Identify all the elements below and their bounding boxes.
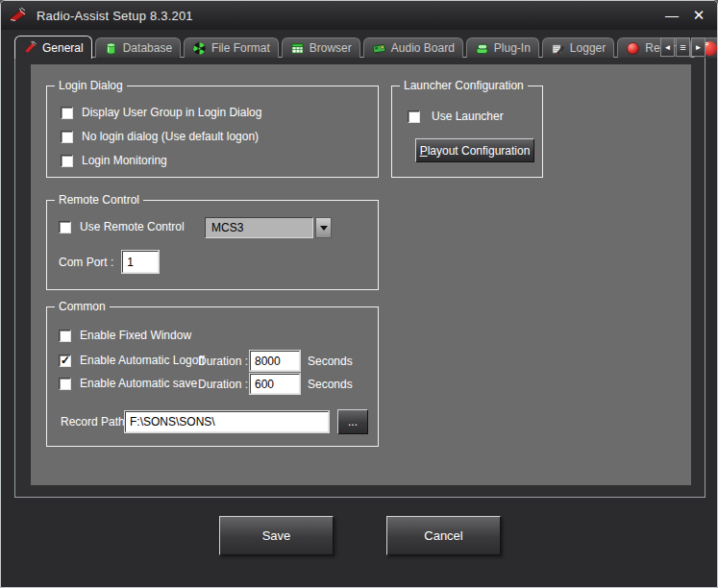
tab-label: Audio Board: [391, 41, 455, 55]
close-button[interactable]: ✕: [686, 5, 711, 26]
save-duration-input[interactable]: [250, 374, 300, 394]
enable-automatic-save-checkbox[interactable]: [59, 378, 71, 390]
checkbox-label: Login Monitoring: [82, 154, 167, 167]
button-label: Save: [262, 528, 291, 543]
menu-icon: ≡: [680, 41, 685, 53]
group-title: Common: [55, 300, 110, 314]
display-user-group-row: Display User Group in Login Dialog: [61, 106, 261, 119]
logoff-duration-input[interactable]: [250, 351, 300, 371]
button-label: Playout Configuration: [420, 144, 531, 158]
tab-audio-board[interactable]: Audio Board: [363, 37, 463, 58]
title-bar[interactable]: Radio-Assist Setup 8.3.201 — ✕: [1, 1, 717, 30]
record-icon: [626, 41, 640, 56]
group-title: Launcher Configuration: [400, 79, 528, 93]
tab-logger[interactable]: Logger: [542, 37, 614, 58]
cancel-button[interactable]: Cancel: [386, 516, 501, 555]
no-login-dialog-checkbox[interactable]: [61, 131, 73, 143]
tab-strip: General Database File Format: [14, 35, 673, 58]
save-button[interactable]: Save: [219, 516, 334, 555]
use-launcher-checkbox[interactable]: [408, 110, 420, 123]
fixed-window-row: Enable Fixed Window: [59, 329, 191, 342]
common-group: Common Enable Fixed Window Enable Automa…: [46, 306, 379, 447]
no-login-dialog-row: No login dialog (Use default logon): [61, 130, 259, 143]
plug-in-icon: [475, 41, 489, 56]
checkbox-label: Display User Group in Login Dialog: [82, 106, 261, 119]
selected-device: MCS3: [211, 221, 243, 234]
tab-label: Database: [123, 41, 172, 55]
arrow-left-icon: ◄: [664, 43, 672, 52]
database-icon: [104, 41, 118, 56]
checkbox-label: Use Remote Control: [80, 220, 185, 233]
general-tab-page: Login Dialog Display User Group in Login…: [14, 57, 706, 498]
enable-fixed-window-checkbox[interactable]: [59, 330, 71, 342]
remote-device-dropdown-button[interactable]: [315, 217, 332, 238]
playout-configuration-button[interactable]: Playout Configuration: [415, 138, 534, 162]
use-remote-control-checkbox[interactable]: [59, 221, 71, 233]
logoff-duration-label: Duration :: [198, 355, 248, 368]
minimize-icon: —: [665, 8, 679, 23]
logger-icon: [551, 41, 565, 56]
tab-label: Logger: [570, 41, 606, 55]
record-path-input[interactable]: [125, 411, 329, 432]
logoff-unit-label: Seconds: [308, 355, 353, 368]
login-monitoring-checkbox[interactable]: [61, 155, 73, 167]
tab-database[interactable]: Database: [95, 37, 181, 58]
save-duration-label: Duration :: [198, 378, 248, 391]
browser-icon: [290, 41, 305, 56]
remote-control-group: Remote Control Use Remote Control MCS3 C…: [46, 200, 379, 290]
tab-label: File Format: [211, 41, 270, 55]
tab-general[interactable]: General: [14, 36, 92, 59]
app-icon: [8, 7, 29, 24]
launcher-configuration-group: Launcher Configuration Use Launcher Play…: [391, 86, 543, 178]
checkbox-label: Enable Fixed Window: [80, 329, 191, 342]
tab-scroll-right-button[interactable]: ►: [691, 37, 706, 57]
com-port-input[interactable]: [122, 251, 159, 273]
tab-file-format[interactable]: File Format: [184, 37, 279, 58]
radio-assist-setup-window: Radio-Assist Setup 8.3.201 — ✕ General D…: [0, 0, 718, 588]
checkbox-label: No login dialog (Use default logon): [82, 130, 259, 143]
audio-board-icon: [372, 41, 386, 56]
record-path-label: Record Path :: [61, 415, 131, 429]
remote-device-select[interactable]: MCS3: [205, 217, 313, 238]
use-launcher-row: Use Launcher: [408, 110, 504, 123]
login-dialog-group: Login Dialog Display User Group in Login…: [46, 86, 379, 178]
tab-scroll-left-button[interactable]: ◄: [660, 37, 675, 57]
use-remote-control-row: Use Remote Control: [59, 220, 185, 233]
checkbox-label: Enable Automatic save: [80, 377, 197, 390]
login-monitoring-row: Login Monitoring: [61, 154, 167, 167]
group-title: Remote Control: [55, 193, 143, 208]
minimize-button[interactable]: —: [659, 5, 684, 26]
save-unit-label: Seconds: [308, 378, 353, 391]
tab-label: Browser: [309, 41, 352, 55]
tab-scroller: ◄ ≡ ►: [659, 37, 706, 57]
checkbox-label: Use Launcher: [432, 110, 504, 123]
general-icon: [23, 40, 37, 55]
tab-browser[interactable]: Browser: [282, 37, 360, 58]
file-format-icon: [192, 41, 207, 56]
com-port-label: Com Port :: [59, 256, 113, 269]
display-user-group-checkbox[interactable]: [61, 107, 73, 119]
button-label: ...: [348, 415, 358, 429]
group-title: Login Dialog: [55, 79, 127, 93]
tab-label: Plug-In: [494, 41, 531, 55]
window-title: Radio-Assist Setup 8.3.201: [37, 9, 193, 23]
com-port-row: Com Port :: [59, 251, 159, 273]
arrow-right-icon: ►: [695, 43, 703, 52]
button-label: Cancel: [424, 528, 462, 543]
tab-list-button[interactable]: ≡: [676, 37, 690, 57]
browse-record-path-button[interactable]: ...: [337, 409, 368, 434]
close-icon: ✕: [693, 7, 706, 24]
enable-automatic-logoff-checkbox[interactable]: [59, 355, 71, 367]
tab-label: General: [42, 41, 84, 55]
checkbox-label: Enable Automatic Logoff: [80, 354, 205, 367]
tab-plug-in[interactable]: Plug-In: [466, 37, 539, 58]
settings-panel: Login Dialog Display User Group in Login…: [31, 64, 691, 485]
